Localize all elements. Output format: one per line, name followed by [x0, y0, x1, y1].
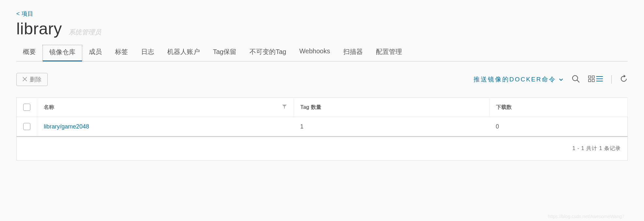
svg-marker-11: [282, 105, 287, 109]
tab-scanner[interactable]: 扫描器: [337, 45, 369, 61]
refresh-button[interactable]: [620, 75, 628, 84]
view-toggle[interactable]: [588, 76, 603, 83]
tab-immutable-tag[interactable]: 不可变的Tag: [243, 45, 293, 61]
repository-table: 名称 Tag 数量 下载数 library/game2048 1 0: [16, 97, 628, 136]
select-all-header: [17, 98, 37, 117]
push-command-dropdown[interactable]: 推送镜像的DOCKER命令: [474, 75, 563, 84]
svg-rect-5: [592, 76, 594, 78]
tab-robot-accounts[interactable]: 机器人账户: [161, 45, 206, 61]
search-button[interactable]: [572, 75, 580, 84]
column-name-label: 名称: [44, 104, 54, 110]
table-row: library/game2048 1 0: [17, 117, 628, 136]
push-command-label: 推送镜像的DOCKER命令: [474, 75, 556, 84]
list-view-icon: [596, 76, 603, 83]
svg-rect-7: [592, 79, 594, 82]
tab-tag-retention[interactable]: Tag保留: [206, 45, 243, 61]
tab-members[interactable]: 成员: [82, 45, 108, 61]
tab-labels[interactable]: 标签: [108, 45, 135, 61]
tab-logs[interactable]: 日志: [135, 45, 161, 61]
role-label: 系统管理员: [69, 28, 101, 37]
tabs: 概要 镜像仓库 成员 标签 日志 机器人账户 Tag保留 不可变的Tag Web…: [16, 45, 628, 61]
repository-link[interactable]: library/game2048: [44, 123, 89, 130]
close-icon: [23, 76, 27, 83]
row-name-cell: library/game2048: [37, 117, 294, 136]
delete-label: 删除: [30, 76, 41, 83]
row-select-cell: [17, 117, 37, 136]
search-icon: [572, 75, 580, 84]
pagination-text: 1 - 1 共计 1 条记录: [16, 136, 628, 161]
tab-repositories[interactable]: 镜像仓库: [42, 45, 82, 61]
chevron-down-icon: [559, 76, 563, 83]
delete-button[interactable]: 删除: [16, 73, 48, 86]
row-downloads: 0: [489, 117, 627, 136]
row-checkbox[interactable]: [23, 123, 30, 130]
breadcrumb[interactable]: < 项目: [16, 10, 628, 18]
column-name[interactable]: 名称: [37, 98, 294, 117]
row-tag-count: 1: [294, 117, 489, 136]
divider: [611, 75, 612, 84]
select-all-checkbox[interactable]: [23, 104, 30, 111]
tab-webhooks[interactable]: Webhooks: [293, 45, 337, 61]
tab-config[interactable]: 配置管理: [369, 45, 409, 61]
column-tag-count[interactable]: Tag 数量: [294, 98, 489, 117]
grid-view-icon: [588, 76, 595, 83]
filter-icon[interactable]: [282, 104, 287, 110]
watermark: https://blog.csdn.net/AwesomeWang7: [548, 214, 624, 219]
svg-rect-4: [588, 76, 591, 78]
svg-rect-6: [588, 79, 591, 82]
refresh-icon: [620, 75, 628, 84]
page-title: library: [16, 19, 62, 38]
svg-point-2: [572, 76, 578, 81]
column-downloads[interactable]: 下载数: [489, 98, 627, 117]
tab-overview[interactable]: 概要: [16, 45, 42, 61]
svg-line-3: [577, 80, 579, 82]
